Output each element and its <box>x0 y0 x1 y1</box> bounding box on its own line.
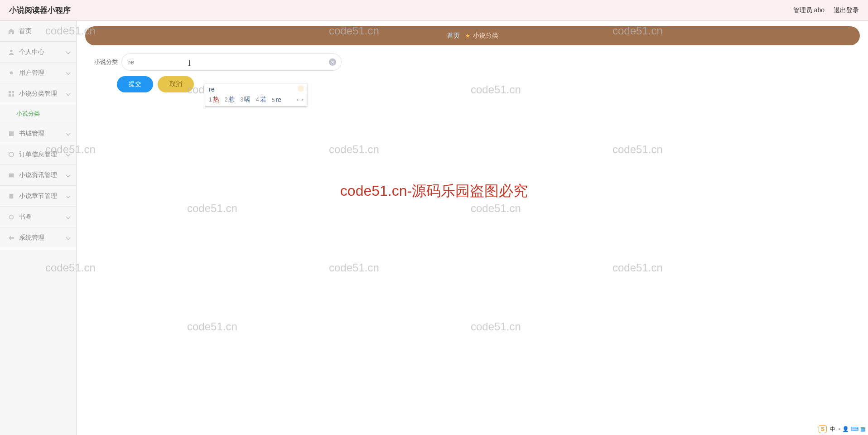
sidebar-item-home[interactable]: 首页 <box>0 21 76 42</box>
svg-rect-3 <box>12 91 14 93</box>
ime-candidate-list: 1热 2惹 3嗝 4若 5re ‹ › <box>205 94 307 106</box>
ime-dot-icon <box>839 428 840 430</box>
sidebar-item-bookstore[interactable]: 书城管理 <box>0 123 76 144</box>
text-cursor-icon: I <box>188 58 191 68</box>
header-right: 管理员 abo 退出登录 <box>793 6 859 14</box>
ime-candidate[interactable]: 2惹 <box>225 96 235 104</box>
sidebar-item-profile[interactable]: 个人中心 <box>0 42 76 63</box>
category-input[interactable] <box>121 53 342 71</box>
button-row: 提交 取消 <box>85 76 860 92</box>
sidebar-item-label: 小说分类管理 <box>19 90 57 98</box>
ime-candidate-popup: re 1热 2惹 3嗝 4若 5re ‹ › <box>205 83 307 106</box>
sidebar-subitem-label: 小说分类 <box>16 110 40 118</box>
sidebar-item-label: 系统管理 <box>19 234 44 242</box>
category-label: 小说分类 <box>90 58 118 66</box>
ime-lang-indicator[interactable]: 中 <box>830 425 835 433</box>
ime-candidate[interactable]: 3嗝 <box>240 96 251 104</box>
admin-label[interactable]: 管理员 abo <box>793 6 825 14</box>
sidebar-item-label: 书圈 <box>19 213 32 221</box>
sidebar-item-label: 首页 <box>19 27 32 35</box>
breadcrumb-home[interactable]: 首页 <box>447 32 460 40</box>
user-icon <box>8 49 14 55</box>
clear-icon[interactable]: ✕ <box>329 58 336 66</box>
cancel-button[interactable]: 取消 <box>158 76 194 92</box>
sidebar-item-bookcircle[interactable]: 书圈 <box>0 207 76 227</box>
header-bar: 小说阅读器小程序 管理员 abo 退出登录 <box>0 0 868 21</box>
sidebar-item-news[interactable]: 小说资讯管理 <box>0 165 76 186</box>
sidebar-item-label: 小说章节管理 <box>19 192 57 200</box>
sidebar-item-chapters[interactable]: 小说章节管理 <box>0 186 76 207</box>
sidebar-item-system[interactable]: 系统管理 <box>0 227 76 248</box>
svg-point-1 <box>10 71 13 74</box>
main-content: 首页 ★ 小说分类 小说分类 ✕ I 提交 取消 re 1热 2惹 3嗝 <box>77 21 868 435</box>
svg-point-0 <box>10 49 12 52</box>
ime-candidate[interactable]: 5re <box>272 96 281 103</box>
svg-point-7 <box>9 152 14 157</box>
svg-rect-4 <box>9 94 11 96</box>
breadcrumb: 首页 ★ 小说分类 <box>85 26 860 45</box>
ime-logo-icon <box>297 85 305 93</box>
order-icon <box>8 151 14 158</box>
svg-point-10 <box>10 215 14 219</box>
ime-grid-icon[interactable]: ▦ <box>860 426 865 432</box>
app-title: 小说阅读器小程序 <box>9 5 71 15</box>
book-icon <box>8 130 14 137</box>
category-icon <box>8 91 14 97</box>
svg-rect-2 <box>9 91 11 93</box>
svg-rect-8 <box>9 173 14 177</box>
ime-status-bar[interactable]: S 中 👤 ⌨ ▦ <box>819 425 865 433</box>
sidebar-item-label: 小说资讯管理 <box>19 171 57 179</box>
sidebar: 首页 个人中心 用户管理 小说分类管理 小说分类 书城管理 订单信息管理 小说资… <box>0 21 77 435</box>
ime-candidate[interactable]: 1热 <box>209 96 219 104</box>
sidebar-item-category[interactable]: 小说分类管理 <box>0 83 76 104</box>
sidebar-item-label: 用户管理 <box>19 69 44 77</box>
sidebar-item-label: 个人中心 <box>19 48 44 56</box>
svg-rect-5 <box>12 94 14 96</box>
input-wrapper: ✕ I <box>121 53 342 71</box>
sidebar-subitem-category[interactable]: 小说分类 <box>0 104 76 123</box>
star-icon: ★ <box>465 33 470 39</box>
chapter-icon <box>8 193 14 199</box>
sogou-logo-icon: S <box>819 425 827 433</box>
sidebar-item-users[interactable]: 用户管理 <box>0 63 76 83</box>
dot-icon <box>8 70 14 76</box>
ime-person-icon[interactable]: 👤 <box>842 426 849 432</box>
sidebar-item-label: 书城管理 <box>19 130 44 138</box>
breadcrumb-current: 小说分类 <box>473 32 498 40</box>
logout-link[interactable]: 退出登录 <box>834 6 859 14</box>
svg-rect-9 <box>10 193 14 198</box>
form-row-category: 小说分类 ✕ I <box>85 53 860 71</box>
ime-next-icon[interactable]: › <box>301 97 303 103</box>
sidebar-item-label: 订单信息管理 <box>19 150 57 159</box>
circle-icon <box>8 214 14 220</box>
ime-prev-icon[interactable]: ‹ <box>297 97 299 103</box>
ime-candidate[interactable]: 4若 <box>256 96 266 104</box>
home-icon <box>8 28 14 34</box>
news-icon <box>8 172 14 179</box>
submit-button[interactable]: 提交 <box>117 76 153 92</box>
system-icon <box>8 235 14 241</box>
ime-composition: re <box>205 83 307 94</box>
ime-keyboard-icon[interactable]: ⌨ <box>851 426 858 432</box>
sidebar-item-orders[interactable]: 订单信息管理 <box>0 144 76 165</box>
svg-rect-6 <box>9 131 14 136</box>
